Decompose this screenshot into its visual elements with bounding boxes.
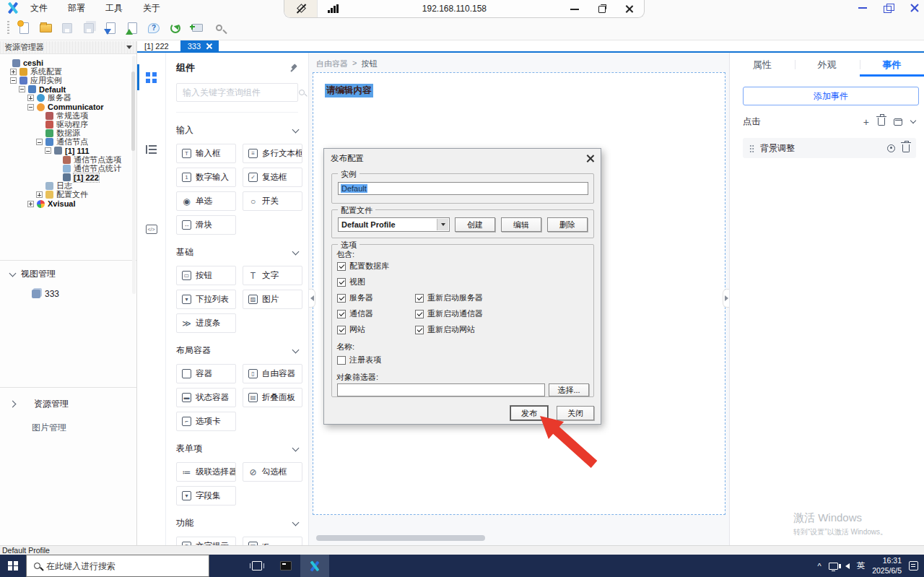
- pin-icon[interactable]: [289, 64, 298, 72]
- checkbox-icon[interactable]: [337, 356, 346, 365]
- search-wizard-icon[interactable]: [212, 21, 226, 35]
- resource-manager-header[interactable]: 资源管理: [0, 388, 136, 413]
- checkbox-registry[interactable]: 注册表项: [337, 355, 381, 365]
- check-out-icon[interactable]: [125, 21, 139, 35]
- taskbar-search[interactable]: [26, 555, 209, 577]
- component-button[interactable]: ▭按钮: [176, 266, 236, 285]
- action-center-icon[interactable]: [909, 561, 918, 571]
- component-check[interactable]: ⊘勾选框: [243, 462, 302, 482]
- tree-item-node-stats[interactable]: 通信节点统计: [0, 164, 136, 173]
- explorer-dropdown-icon[interactable]: [126, 45, 132, 49]
- menu-about[interactable]: 关于: [133, 0, 170, 17]
- component-free-container[interactable]: ▯自由容器: [243, 364, 302, 383]
- menu-file[interactable]: 文件: [20, 0, 58, 17]
- window-close-icon[interactable]: [910, 4, 920, 12]
- deploy-icon[interactable]: [168, 21, 183, 35]
- component-text[interactable]: T文字: [243, 266, 302, 285]
- add-action-icon[interactable]: +: [863, 118, 869, 126]
- tree-item-comm-nodes[interactable]: 通信节点: [0, 138, 136, 147]
- section-input-header[interactable]: 输入: [176, 113, 308, 144]
- expand-icon[interactable]: [10, 69, 17, 75]
- collapse-right-handle[interactable]: [723, 289, 729, 308]
- tab-333[interactable]: 333: [180, 40, 219, 52]
- section-form-header[interactable]: 表单项: [176, 431, 308, 462]
- component-progress[interactable]: ≫进度条: [176, 313, 236, 333]
- component-fieldset[interactable]: ▾字段集: [176, 486, 236, 506]
- component-dropdown[interactable]: ▾下拉列表: [176, 290, 236, 309]
- checkbox-icon[interactable]: [337, 326, 346, 334]
- outline-tree-tab[interactable]: [137, 134, 165, 165]
- action-item[interactable]: 背景调整: [743, 138, 916, 158]
- ime-indicator[interactable]: 英: [857, 560, 866, 571]
- checkbox-communicator[interactable]: 通信器: [337, 308, 373, 319]
- component-collapse-panel[interactable]: ▤折叠面板: [243, 388, 302, 407]
- section-basic-header[interactable]: 基础: [176, 235, 308, 266]
- component-search[interactable]: [176, 83, 298, 102]
- checkbox-restart-website[interactable]: 重新启动网站: [415, 324, 475, 335]
- menu-deploy[interactable]: 部署: [58, 0, 95, 17]
- locate-icon[interactable]: [887, 144, 895, 152]
- breadcrumb-current[interactable]: 按钮: [361, 58, 377, 69]
- component-search-input[interactable]: [183, 87, 295, 97]
- component-radio[interactable]: ◉单选: [176, 191, 236, 211]
- connection-close-icon[interactable]: [625, 4, 634, 13]
- explorer-scrollbar[interactable]: [132, 56, 136, 294]
- view-item-333[interactable]: 333: [0, 283, 136, 299]
- create-button[interactable]: 创建: [455, 217, 495, 232]
- window-minimize-icon[interactable]: [858, 4, 868, 12]
- collapse-icon[interactable]: [36, 139, 43, 145]
- component-number-input[interactable]: 1数字输入: [176, 168, 236, 187]
- tree-item-ceshi[interactable]: ceshi: [0, 58, 136, 67]
- object-filter-input[interactable]: [337, 383, 545, 396]
- profile-combobox[interactable]: Default Profile: [338, 217, 450, 232]
- tab-node-222[interactable]: [1] 222: [137, 40, 176, 52]
- components-grid-tab[interactable]: [137, 61, 165, 93]
- add-target-icon[interactable]: [190, 21, 204, 35]
- app-taskbar-button[interactable]: [300, 555, 329, 577]
- checkbox-icon[interactable]: [337, 310, 346, 318]
- pin-toggle[interactable]: [284, 0, 318, 17]
- code-tab[interactable]: [137, 213, 165, 245]
- component-container[interactable]: 容器: [176, 364, 236, 383]
- menu-tools[interactable]: 工具: [95, 0, 133, 17]
- instance-input[interactable]: Default: [338, 182, 588, 195]
- delete-button[interactable]: 删除: [547, 217, 588, 232]
- explorer-header[interactable]: 资源管理器: [0, 41, 136, 54]
- collapse-icon[interactable]: [27, 104, 34, 110]
- expand-icon[interactable]: [36, 191, 43, 198]
- checkbox-config-db[interactable]: 配置数据库: [337, 261, 389, 272]
- section-function-header[interactable]: 功能: [176, 506, 308, 537]
- section-layout-header[interactable]: 布局容器: [176, 333, 308, 364]
- tree-item-app-instance[interactable]: 应用实例: [0, 76, 136, 84]
- button-component-selected[interactable]: 请编辑内容: [325, 84, 373, 97]
- add-event-button[interactable]: 添加事件: [743, 87, 919, 105]
- view-manager-header[interactable]: 视图管理: [0, 261, 136, 283]
- task-view-button[interactable]: [243, 555, 271, 577]
- speaker-icon[interactable]: [845, 563, 850, 569]
- component-state-container[interactable]: ▬状态容器: [176, 388, 236, 407]
- start-button[interactable]: [0, 555, 26, 577]
- component-cascader[interactable]: ≔级联选择器: [176, 462, 236, 482]
- connection-restore-icon[interactable]: [598, 4, 606, 13]
- hidden-icons-button[interactable]: ^: [817, 562, 821, 571]
- tree-item-xvisual[interactable]: Xvisual: [0, 199, 136, 208]
- checkbox-icon[interactable]: [337, 262, 346, 271]
- tab-close-icon[interactable]: [206, 43, 212, 49]
- collapse-icon[interactable]: [10, 77, 17, 84]
- delete-event-icon[interactable]: [878, 118, 885, 126]
- checkbox-server[interactable]: 服务器: [337, 292, 373, 303]
- canvas-hscrollbar[interactable]: [313, 535, 725, 541]
- open-folder-icon[interactable]: [38, 21, 53, 35]
- expand-icon[interactable]: [27, 201, 34, 207]
- expand-icon[interactable]: [27, 95, 34, 101]
- checkbox-view[interactable]: 视图: [337, 277, 365, 287]
- event-card-icon[interactable]: [894, 118, 902, 126]
- hscroll-thumb[interactable]: [316, 535, 485, 541]
- checkbox-icon[interactable]: [415, 326, 424, 334]
- component-switch[interactable]: ○开关: [243, 191, 302, 211]
- component-tooltip[interactable]: T文字提示: [176, 537, 236, 545]
- breadcrumb-parent[interactable]: 自由容器: [316, 58, 348, 69]
- collapse-icon[interactable]: [19, 86, 25, 92]
- checkbox-website[interactable]: 网站: [337, 324, 365, 335]
- collapse-icon[interactable]: [45, 147, 51, 154]
